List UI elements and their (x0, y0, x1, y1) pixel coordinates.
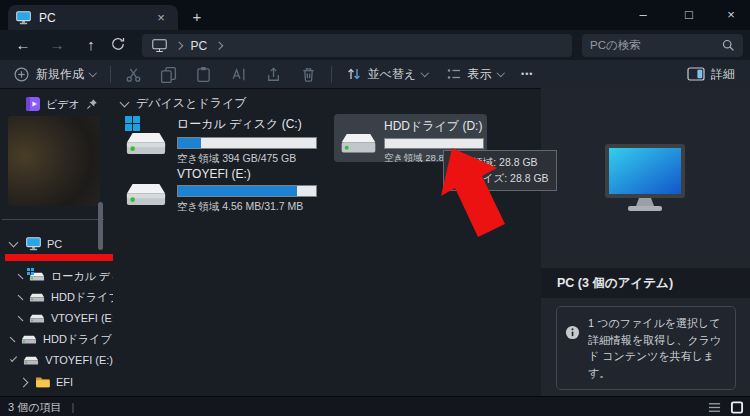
explorer-window: PC × + – □ × ← → ↑ PC PCの検索 (0, 0, 750, 416)
more-icon: ••• (521, 69, 533, 79)
back-button[interactable]: ← (10, 33, 36, 57)
paste-button[interactable] (186, 62, 221, 86)
sidebar-item-videos[interactable]: ビデオ (0, 94, 113, 114)
sidebar-item-label: EFI (56, 376, 73, 388)
sidebar-item-vtoyefi-root[interactable]: VTOYEFI (E:) (0, 350, 113, 370)
pc-monitor-large-icon (603, 142, 687, 214)
new-label: 新規作成 (36, 66, 84, 83)
details-label: 詳細 (711, 66, 735, 83)
command-bar: 新規作成 (0, 60, 750, 89)
capacity-bar (177, 185, 317, 197)
drive-e-icon (123, 167, 169, 209)
view-label: 表示 (468, 66, 492, 83)
file-list-panel: デバイスとドライブ ローカル ディスク (C:) 空き領域 394 GB/475… (113, 88, 541, 396)
tab-pc[interactable]: PC × (8, 5, 178, 30)
details-title: PC (3 個のアイテム) (557, 275, 673, 292)
capacity-bar-fill (178, 138, 201, 148)
pin-icon (86, 98, 98, 110)
sidebar-item-label: ビデオ (46, 97, 80, 112)
title-bar: PC × + – □ × (0, 0, 750, 30)
red-underline-annotation (5, 254, 113, 261)
address-bar[interactable]: PC (142, 34, 572, 57)
drive-icon (29, 291, 45, 303)
chevron-down-icon[interactable] (9, 238, 19, 248)
trash-icon (300, 66, 317, 83)
gallery-thumbnail[interactable] (8, 116, 100, 206)
sort-arrows-icon (346, 66, 362, 82)
drive-tile-c[interactable]: ローカル ディスク (C:) 空き領域 394 GB/475 GB (117, 112, 330, 163)
sidebar-item-efi[interactable]: EFI (0, 372, 113, 392)
tooltip-total-size: 合計サイズ: 28.8 GB (451, 170, 549, 186)
drive-tile-e[interactable]: VTOYEFI (E:) 空き領域 4.56 MB/31.7 MB (117, 163, 330, 214)
more-options-button[interactable]: ••• (512, 62, 542, 86)
sidebar-item-hdd-d-root[interactable]: HDDドライブ (D:) (0, 329, 113, 349)
paste-icon (195, 66, 212, 83)
drive-icon (21, 333, 37, 345)
status-divider: | (71, 401, 74, 413)
sidebar-item-local-disk[interactable]: ローカル ディスク (0, 266, 113, 286)
search-input[interactable]: PCの検索 (582, 34, 743, 57)
chevron-right-icon[interactable] (18, 273, 24, 279)
chevron-down-icon (89, 69, 97, 77)
chevron-right-icon[interactable] (18, 294, 24, 300)
cut-button[interactable] (116, 62, 151, 86)
video-icon (26, 97, 40, 111)
drive-c-icon (123, 116, 169, 158)
details-panel-icon (687, 66, 705, 82)
view-button[interactable]: 表示 (437, 62, 513, 86)
drive-free-space: 空き領域 4.56 MB/31.7 MB (177, 200, 317, 214)
folder-icon (35, 376, 50, 388)
sidebar-item-hdd-d-child[interactable]: HDDドライブ (D: (0, 287, 113, 307)
sidebar-item-label: VTOYEFI (E:) (45, 354, 113, 366)
chevron-right-icon[interactable] (19, 377, 29, 387)
tab-close-icon[interactable]: × (152, 9, 170, 27)
breadcrumb[interactable]: PC (191, 39, 208, 53)
sidebar: ビデオ PC (0, 88, 113, 396)
capacity-bar (384, 138, 484, 149)
sort-button[interactable]: 並べ替え (337, 62, 437, 86)
sidebar-item-pc[interactable]: PC (0, 234, 113, 254)
toolbar-divider (110, 66, 111, 83)
maximize-button[interactable]: □ (668, 0, 710, 30)
chevron-right-icon[interactable] (10, 336, 16, 342)
drive-icon (29, 312, 45, 324)
sidebar-item-label: VTOYEFI (E:) (51, 312, 113, 324)
new-tab-button[interactable]: + (186, 7, 208, 27)
details-heading-band: PC (3 個のアイテム) (541, 268, 750, 298)
search-placeholder: PCの検索 (590, 38, 722, 53)
breadcrumb-chevron-icon[interactable] (215, 42, 223, 50)
refresh-icon[interactable] (110, 36, 136, 60)
up-button[interactable]: ↑ (78, 33, 104, 57)
chevron-down-icon (120, 97, 130, 107)
sidebar-item-vtoyefi-child[interactable]: VTOYEFI (E:) (0, 308, 113, 328)
details-pane: PC (3 個のアイテム) 1 つのファイルを選択して詳細情報を取得し、クラウド… (541, 88, 750, 396)
details-info-text: 1 つのファイルを選択して詳細情報を取得し、クラウド コンテンツを共有します。 (588, 315, 727, 381)
close-button[interactable]: × (710, 0, 750, 30)
plus-circle-icon (13, 66, 30, 83)
item-count: 3 個の項目 (8, 400, 61, 415)
copy-button[interactable] (151, 62, 186, 86)
new-button[interactable]: 新規作成 (4, 62, 105, 86)
drive-name: VTOYEFI (E:) (177, 167, 317, 181)
rename-button[interactable] (221, 62, 256, 86)
minimize-button[interactable]: – (622, 0, 664, 30)
group-header-label: デバイスとドライブ (136, 95, 247, 112)
chevron-right-icon[interactable] (18, 315, 24, 321)
copy-icon (160, 66, 177, 83)
forward-button[interactable]: → (44, 33, 70, 57)
delete-button[interactable] (291, 62, 326, 86)
capacity-bar-fill (178, 186, 297, 196)
chevron-down-icon[interactable] (10, 355, 17, 362)
rename-icon (230, 66, 247, 83)
group-header-devices[interactable]: デバイスとドライブ (121, 95, 247, 112)
sidebar-item-label: PC (47, 238, 62, 250)
tab-title: PC (39, 11, 152, 25)
cut-icon (125, 66, 142, 83)
status-bar: 3 個の項目 | (0, 396, 750, 416)
details-pane-toggle[interactable]: 詳細 (678, 62, 744, 86)
share-button[interactable] (256, 62, 291, 86)
thumbnail-view-icon[interactable] (730, 401, 744, 414)
info-icon (565, 325, 580, 340)
details-view-icon[interactable] (707, 401, 722, 414)
drive-name: ローカル ディスク (C:) (177, 116, 317, 133)
